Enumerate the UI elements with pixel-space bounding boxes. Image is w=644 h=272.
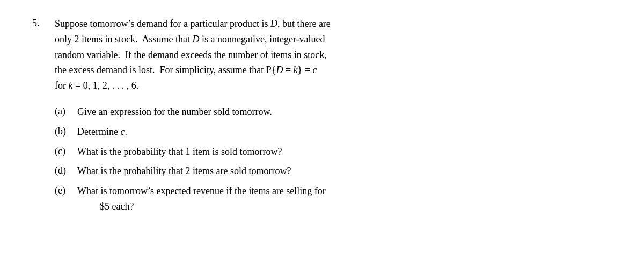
problem-text-line2: only 2 items in stock. Assume that D is …	[55, 32, 617, 47]
sub-part-e-line1: What is tomorrow’s expected revenue if t…	[77, 183, 617, 199]
problem-text-line1: Suppose tomorrow’s demand for a particul…	[55, 16, 617, 32]
sub-part-c: (c) What is the probability that 1 item …	[55, 144, 617, 160]
sub-part-e: (e) What is tomorrow’s expected revenue …	[55, 183, 617, 214]
sub-part-d: (d) What is the probability that 2 items…	[55, 163, 617, 179]
problem-text: Suppose tomorrow’s demand for a particul…	[55, 16, 617, 94]
sub-part-b-text: Determine c.	[77, 124, 617, 140]
sub-part-a: (a) Give an expression for the number so…	[55, 104, 617, 120]
problem-container: 5. Suppose tomorrow’s demand for a parti…	[32, 16, 617, 214]
sub-part-c-text: What is the probability that 1 item is s…	[77, 144, 617, 160]
sub-part-d-text: What is the probability that 2 items are…	[77, 163, 617, 179]
problem-text-line4: the excess demand is lost. For simplicit…	[55, 62, 617, 78]
sub-part-e-line2: $5 each?	[100, 199, 617, 214]
sub-part-e-text: What is tomorrow’s expected revenue if t…	[77, 183, 617, 214]
problem-text-line3: random variable. If the demand exceeds t…	[55, 47, 617, 63]
sub-part-e-label: (e)	[55, 183, 77, 198]
sub-parts: (a) Give an expression for the number so…	[55, 104, 617, 214]
sub-part-b-label: (b)	[55, 124, 77, 139]
sub-part-b: (b) Determine c.	[55, 124, 617, 140]
sub-part-c-label: (c)	[55, 144, 77, 159]
problem-text-line5: for k = 0, 1, 2, . . . , 6.	[55, 78, 617, 94]
sub-part-a-label: (a)	[55, 104, 77, 119]
sub-part-d-label: (d)	[55, 163, 77, 178]
problem-number: 5.	[32, 16, 55, 31]
sub-part-a-text: Give an expression for the number sold t…	[77, 104, 617, 120]
problem-row: 5. Suppose tomorrow’s demand for a parti…	[32, 16, 617, 94]
